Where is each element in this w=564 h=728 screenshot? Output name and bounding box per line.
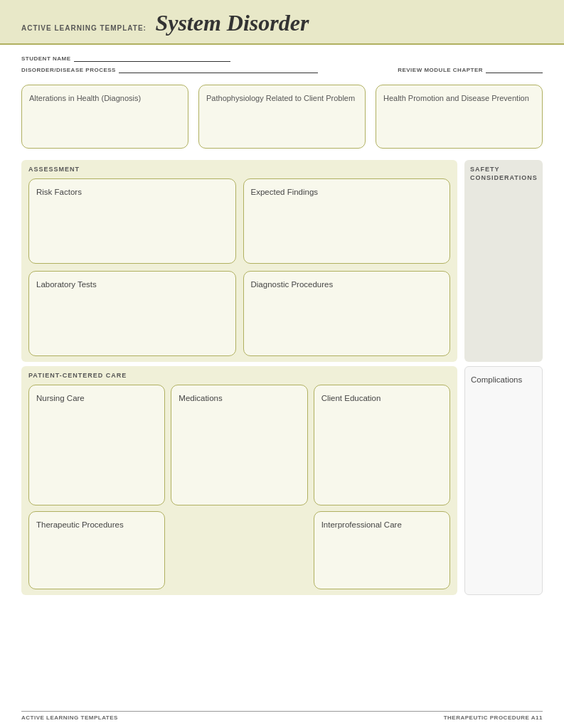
laboratory-tests-box: Laboratory Tests: [28, 271, 236, 356]
medications-box: Medications: [171, 385, 307, 505]
risk-factors-label: Risk Factors: [36, 188, 82, 196]
top-box-alterations: Alterations in Health (Diagnosis): [21, 85, 188, 149]
assessment-header: ASSESSMENT: [28, 166, 450, 173]
student-name-input[interactable]: [74, 53, 230, 62]
interprofessional-care-label: Interprofessional Care: [321, 520, 402, 529]
top-boxes-section: Alterations in Health (Diagnosis) Pathop…: [0, 79, 564, 156]
template-label: ACTIVE LEARNING TEMPLATE:: [21, 24, 147, 32]
disorder-input[interactable]: [119, 65, 318, 73]
therapeutic-procedures-box: Therapeutic Procedures: [28, 511, 165, 589]
page-title: System Disorder: [155, 10, 309, 36]
review-line: REVIEW MODULE CHAPTER: [398, 65, 543, 73]
header: ACTIVE LEARNING TEMPLATE: System Disorde…: [0, 0, 564, 45]
footer: ACTIVE LEARNING TEMPLATES THERAPEUTIC PR…: [21, 711, 543, 721]
pcc-row2: Therapeutic Procedures Interprofessional…: [28, 511, 450, 589]
review-module-input[interactable]: [486, 65, 543, 73]
patient-centered-care-section: PATIENT-CENTERED CARE Nursing Care Medic…: [21, 366, 543, 595]
disorder-label: DISORDER/DISEASE PROCESS: [21, 67, 116, 73]
interprofessional-care-box: Interprofessional Care: [314, 511, 450, 589]
expected-findings-box: Expected Findings: [243, 178, 451, 264]
client-education-label: Client Education: [321, 394, 381, 402]
assessment-main: ASSESSMENT Risk Factors Expected Finding…: [21, 160, 457, 362]
pcc-empty-box: [171, 511, 307, 589]
nursing-care-label: Nursing Care: [36, 394, 85, 402]
pcc-main: PATIENT-CENTERED CARE Nursing Care Medic…: [21, 366, 457, 595]
diagnostic-procedures-box: Diagnostic Procedures: [243, 271, 451, 356]
page: ACTIVE LEARNING TEMPLATE: System Disorde…: [0, 0, 564, 728]
disorder-line: DISORDER/DISEASE PROCESS: [21, 65, 383, 73]
diagnostic-procedures-label: Diagnostic Procedures: [251, 280, 334, 289]
top-box-pathophysiology-label: Pathophysiology Related to Client Proble…: [206, 94, 355, 102]
pcc-row1: Nursing Care Medications Client Educatio…: [28, 385, 450, 505]
complications-sidebar: Complications: [464, 366, 543, 595]
client-education-box: Client Education: [314, 385, 450, 505]
student-name-label: STUDENT NAME: [21, 55, 71, 62]
top-box-health-promotion: Health Promotion and Disease Prevention: [376, 85, 543, 149]
student-name-row: STUDENT NAME: [21, 53, 543, 62]
assessment-section: ASSESSMENT Risk Factors Expected Finding…: [21, 160, 543, 362]
top-box-health-promotion-label: Health Promotion and Disease Prevention: [383, 94, 529, 102]
review-module-label: REVIEW MODULE CHAPTER: [398, 67, 483, 73]
top-box-pathophysiology: Pathophysiology Related to Client Proble…: [198, 85, 366, 149]
risk-factors-box: Risk Factors: [28, 178, 236, 264]
disorder-row: DISORDER/DISEASE PROCESS REVIEW MODULE C…: [21, 65, 543, 73]
footer-right: THERAPEUTIC PROCEDURE A11: [444, 714, 543, 721]
student-info: STUDENT NAME DISORDER/DISEASE PROCESS RE…: [0, 45, 564, 79]
therapeutic-procedures-label: Therapeutic Procedures: [36, 520, 124, 529]
pcc-header: PATIENT-CENTERED CARE: [28, 372, 450, 379]
footer-left: ACTIVE LEARNING TEMPLATES: [21, 714, 118, 721]
safety-considerations-sidebar: SAFETY CONSIDERATIONS: [464, 160, 543, 362]
top-box-alterations-label: Alterations in Health (Diagnosis): [29, 94, 141, 102]
expected-findings-label: Expected Findings: [251, 188, 319, 196]
assessment-grid: Risk Factors Expected Findings Laborator…: [28, 178, 450, 356]
complications-label: Complications: [471, 375, 522, 384]
nursing-care-box: Nursing Care: [28, 385, 165, 505]
medications-label: Medications: [179, 394, 222, 402]
laboratory-tests-label: Laboratory Tests: [36, 280, 97, 289]
safety-considerations-header: SAFETY CONSIDERATIONS: [470, 166, 537, 182]
